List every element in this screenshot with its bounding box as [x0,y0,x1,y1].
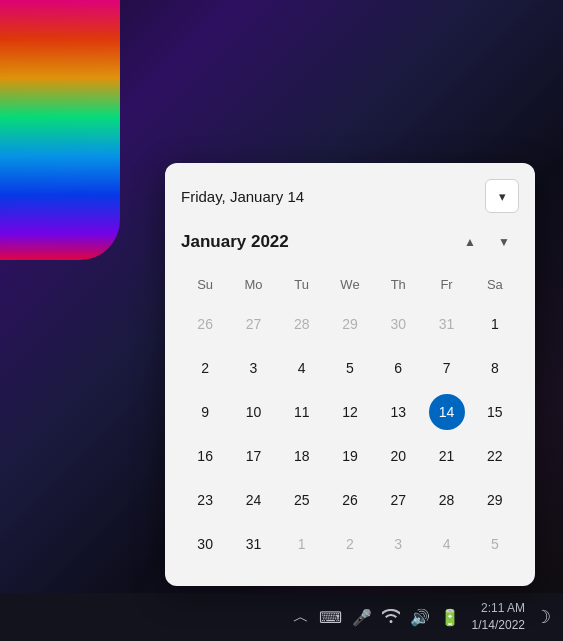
weekday-header-su: Su [181,271,229,302]
calendar-week-row: 2627282930311 [181,302,519,346]
day-cell[interactable]: 15 [477,394,513,430]
day-cell[interactable]: 18 [284,438,320,474]
day-cell[interactable]: 3 [235,350,271,386]
calendar-cell: 14 [422,390,470,434]
day-cell[interactable]: 16 [187,438,223,474]
microphone-icon[interactable]: 🎤 [352,608,372,627]
prev-month-button[interactable]: ▲ [455,227,485,257]
calendar-cell: 29 [326,302,374,346]
day-cell[interactable]: 31 [429,306,465,342]
day-cell[interactable]: 7 [429,350,465,386]
calendar-cell: 13 [374,390,422,434]
weekday-header-sa: Sa [471,271,519,302]
calendar-cell: 4 [422,522,470,566]
day-cell[interactable]: 30 [187,526,223,562]
month-nav-row: January 2022 ▲ ▼ [181,227,519,257]
day-cell[interactable]: 9 [187,394,223,430]
chevron-down-icon: ▾ [499,189,506,204]
calendar-cell: 12 [326,390,374,434]
calendar-cell: 31 [422,302,470,346]
weekday-header-fr: Fr [422,271,470,302]
day-cell[interactable]: 29 [477,482,513,518]
calendar-cell: 9 [181,390,229,434]
day-cell[interactable]: 1 [284,526,320,562]
day-cell[interactable]: 2 [332,526,368,562]
calendar-cell: 15 [471,390,519,434]
day-cell[interactable]: 24 [235,482,271,518]
calendar-cell: 18 [278,434,326,478]
day-cell[interactable]: 20 [380,438,416,474]
weekday-header-row: SuMoTuWeThFrSa [181,271,519,302]
date-dropdown-button[interactable]: ▾ [485,179,519,213]
wifi-icon[interactable] [382,609,400,626]
clock-date: 1/14/2022 [472,617,525,634]
calendar-week-row: 23242526272829 [181,478,519,522]
weekday-header-tu: Tu [278,271,326,302]
day-cell[interactable]: 5 [477,526,513,562]
day-cell[interactable]: 27 [380,482,416,518]
calendar-cell: 23 [181,478,229,522]
calendar-cell: 26 [181,302,229,346]
battery-icon[interactable]: 🔋 [440,608,460,627]
day-cell[interactable]: 4 [429,526,465,562]
keyboard-icon[interactable]: ⌨ [319,608,342,627]
calendar-cell: 10 [229,390,277,434]
calendar-cell: 17 [229,434,277,478]
day-cell[interactable]: 12 [332,394,368,430]
day-cell[interactable]: 30 [380,306,416,342]
day-cell[interactable]: 21 [429,438,465,474]
day-cell[interactable]: 8 [477,350,513,386]
day-cell[interactable]: 28 [429,482,465,518]
weekday-header-th: Th [374,271,422,302]
day-cell[interactable]: 4 [284,350,320,386]
day-cell[interactable]: 19 [332,438,368,474]
day-cell[interactable]: 22 [477,438,513,474]
month-year-title: January 2022 [181,232,289,252]
up-arrow-icon: ▲ [464,235,476,249]
calendar-cell: 16 [181,434,229,478]
calendar-cell: 28 [278,302,326,346]
day-cell[interactable]: 25 [284,482,320,518]
down-arrow-icon: ▼ [498,235,510,249]
calendar-cell: 1 [278,522,326,566]
taskbar-clock[interactable]: 2:11 AM 1/14/2022 [472,600,525,634]
calendar-cell: 19 [326,434,374,478]
day-cell[interactable]: 11 [284,394,320,430]
day-cell[interactable]: 6 [380,350,416,386]
calendar-grid: SuMoTuWeThFrSa 2627282930311234567891011… [181,271,519,566]
taskbar-system-icons: ︿ ⌨ 🎤 🔊 🔋 [293,607,460,628]
day-cell[interactable]: 14 [429,394,465,430]
calendar-cell: 24 [229,478,277,522]
chevron-up-icon[interactable]: ︿ [293,607,309,628]
selected-date-label: Friday, January 14 [181,188,304,205]
calendar-cell: 20 [374,434,422,478]
calendar-cell: 2 [181,346,229,390]
day-cell[interactable]: 10 [235,394,271,430]
moon-icon[interactable]: ☽ [535,606,551,628]
clock-time: 2:11 AM [481,600,525,617]
day-cell[interactable]: 13 [380,394,416,430]
calendar-cell: 5 [326,346,374,390]
taskbar: ︿ ⌨ 🎤 🔊 🔋 2:11 AM 1/14/2022 ☽ [0,593,563,641]
day-cell[interactable]: 5 [332,350,368,386]
day-cell[interactable]: 23 [187,482,223,518]
next-month-button[interactable]: ▼ [489,227,519,257]
day-cell[interactable]: 2 [187,350,223,386]
day-cell[interactable]: 31 [235,526,271,562]
calendar-week-row: 303112345 [181,522,519,566]
day-cell[interactable]: 26 [187,306,223,342]
day-cell[interactable]: 17 [235,438,271,474]
day-cell[interactable]: 1 [477,306,513,342]
day-cell[interactable]: 3 [380,526,416,562]
weekday-header-we: We [326,271,374,302]
day-cell[interactable]: 26 [332,482,368,518]
calendar-cell: 26 [326,478,374,522]
day-cell[interactable]: 29 [332,306,368,342]
volume-icon[interactable]: 🔊 [410,608,430,627]
day-cell[interactable]: 27 [235,306,271,342]
day-cell[interactable]: 28 [284,306,320,342]
calendar-cell: 30 [374,302,422,346]
month-nav-buttons: ▲ ▼ [455,227,519,257]
calendar-cell: 30 [181,522,229,566]
calendar-week-row: 9101112131415 [181,390,519,434]
